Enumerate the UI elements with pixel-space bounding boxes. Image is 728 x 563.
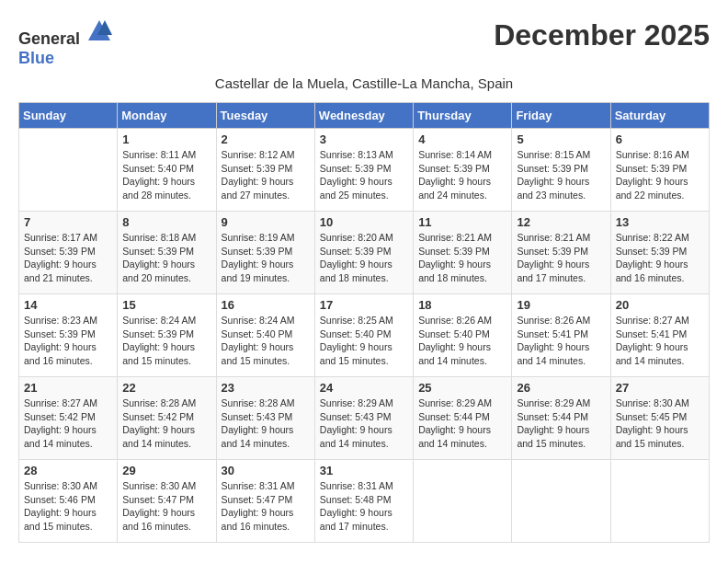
day-info: Sunrise: 8:21 AMSunset: 5:39 PMDaylight:… [418, 231, 506, 285]
calendar-cell [414, 460, 512, 543]
calendar-cell: 14Sunrise: 8:23 AMSunset: 5:39 PMDayligh… [19, 294, 118, 377]
day-info: Sunrise: 8:29 AMSunset: 5:43 PMDaylight:… [320, 396, 408, 451]
day-number: 6 [616, 132, 704, 146]
calendar-cell: 27Sunrise: 8:30 AMSunset: 5:45 PMDayligh… [610, 377, 709, 460]
day-number: 25 [418, 381, 506, 395]
location-subtitle: Castellar de la Muela, Castille-La Manch… [18, 75, 710, 91]
calendar-cell: 20Sunrise: 8:27 AMSunset: 5:41 PMDayligh… [610, 294, 709, 377]
day-info: Sunrise: 8:25 AMSunset: 5:40 PMDaylight:… [320, 314, 408, 368]
calendar-week-row: 28Sunrise: 8:30 AMSunset: 5:46 PMDayligh… [19, 460, 710, 543]
column-header-thursday: Thursday [414, 103, 512, 129]
day-info: Sunrise: 8:30 AMSunset: 5:46 PMDaylight:… [24, 479, 112, 534]
day-number: 18 [418, 298, 506, 312]
calendar-cell: 10Sunrise: 8:20 AMSunset: 5:39 PMDayligh… [314, 212, 413, 294]
calendar-cell: 11Sunrise: 8:21 AMSunset: 5:39 PMDayligh… [414, 212, 512, 294]
day-number: 29 [122, 464, 210, 477]
calendar-cell: 8Sunrise: 8:18 AMSunset: 5:39 PMDaylight… [118, 212, 216, 294]
column-header-sunday: Sunday [19, 103, 118, 129]
calendar-cell: 9Sunrise: 8:19 AMSunset: 5:39 PMDaylight… [216, 212, 314, 294]
logo: General Blue [18, 18, 112, 68]
logo-text: General Blue [18, 18, 112, 68]
day-number: 15 [122, 298, 210, 312]
column-header-saturday: Saturday [610, 103, 709, 129]
calendar-header-row: SundayMondayTuesdayWednesdayThursdayFrid… [19, 103, 710, 129]
day-info: Sunrise: 8:24 AMSunset: 5:39 PMDaylight:… [122, 314, 210, 368]
column-header-wednesday: Wednesday [314, 103, 413, 129]
day-number: 19 [517, 298, 605, 312]
calendar-cell: 30Sunrise: 8:31 AMSunset: 5:47 PMDayligh… [216, 460, 314, 543]
calendar-cell: 22Sunrise: 8:28 AMSunset: 5:42 PMDayligh… [118, 377, 216, 460]
calendar-cell [512, 460, 610, 543]
calendar-cell: 7Sunrise: 8:17 AMSunset: 5:39 PMDaylight… [19, 212, 118, 294]
month-year: December 2025 [494, 18, 710, 52]
day-info: Sunrise: 8:29 AMSunset: 5:44 PMDaylight:… [517, 396, 605, 451]
day-info: Sunrise: 8:12 AMSunset: 5:39 PMDaylight:… [222, 148, 310, 202]
day-info: Sunrise: 8:27 AMSunset: 5:41 PMDaylight:… [616, 314, 704, 368]
day-info: Sunrise: 8:31 AMSunset: 5:47 PMDaylight:… [222, 479, 310, 534]
calendar-cell: 16Sunrise: 8:24 AMSunset: 5:40 PMDayligh… [216, 294, 314, 377]
day-info: Sunrise: 8:28 AMSunset: 5:43 PMDaylight:… [222, 396, 310, 451]
day-info: Sunrise: 8:18 AMSunset: 5:39 PMDaylight:… [122, 231, 210, 285]
day-number: 20 [616, 298, 704, 312]
day-number: 4 [418, 132, 506, 146]
calendar-week-row: 14Sunrise: 8:23 AMSunset: 5:39 PMDayligh… [19, 294, 710, 377]
day-number: 11 [418, 215, 506, 229]
day-info: Sunrise: 8:13 AMSunset: 5:39 PMDaylight:… [320, 148, 408, 202]
calendar-cell: 23Sunrise: 8:28 AMSunset: 5:43 PMDayligh… [216, 377, 314, 460]
calendar-cell: 2Sunrise: 8:12 AMSunset: 5:39 PMDaylight… [216, 129, 314, 212]
day-info: Sunrise: 8:24 AMSunset: 5:40 PMDaylight:… [222, 314, 310, 368]
calendar-cell: 17Sunrise: 8:25 AMSunset: 5:40 PMDayligh… [314, 294, 413, 377]
day-number: 23 [222, 381, 310, 395]
day-info: Sunrise: 8:31 AMSunset: 5:48 PMDaylight:… [320, 479, 408, 534]
calendar-cell: 18Sunrise: 8:26 AMSunset: 5:40 PMDayligh… [414, 294, 512, 377]
calendar-cell: 25Sunrise: 8:29 AMSunset: 5:44 PMDayligh… [414, 377, 512, 460]
header: General Blue December 2025 [18, 18, 710, 68]
column-header-friday: Friday [512, 103, 610, 129]
day-number: 10 [320, 215, 408, 229]
calendar-cell: 29Sunrise: 8:30 AMSunset: 5:47 PMDayligh… [118, 460, 216, 543]
calendar-week-row: 7Sunrise: 8:17 AMSunset: 5:39 PMDaylight… [19, 212, 710, 294]
calendar-cell: 3Sunrise: 8:13 AMSunset: 5:39 PMDaylight… [314, 129, 413, 212]
day-number: 24 [320, 381, 408, 395]
calendar-week-row: 1Sunrise: 8:11 AMSunset: 5:40 PMDaylight… [19, 129, 710, 212]
calendar-cell: 24Sunrise: 8:29 AMSunset: 5:43 PMDayligh… [314, 377, 413, 460]
day-info: Sunrise: 8:23 AMSunset: 5:39 PMDaylight:… [24, 314, 112, 368]
day-number: 13 [616, 215, 704, 229]
day-number: 9 [222, 215, 310, 229]
day-info: Sunrise: 8:17 AMSunset: 5:39 PMDaylight:… [24, 231, 112, 285]
day-number: 14 [24, 298, 112, 312]
calendar-cell [19, 129, 118, 212]
calendar-cell: 19Sunrise: 8:26 AMSunset: 5:41 PMDayligh… [512, 294, 610, 377]
day-info: Sunrise: 8:27 AMSunset: 5:42 PMDaylight:… [24, 396, 112, 451]
day-info: Sunrise: 8:20 AMSunset: 5:39 PMDaylight:… [320, 231, 408, 285]
column-header-monday: Monday [118, 103, 216, 129]
calendar-cell: 5Sunrise: 8:15 AMSunset: 5:39 PMDaylight… [512, 129, 610, 212]
day-number: 26 [517, 381, 605, 395]
calendar-cell [610, 460, 709, 543]
day-info: Sunrise: 8:11 AMSunset: 5:40 PMDaylight:… [122, 148, 210, 202]
day-number: 1 [122, 132, 210, 146]
calendar-cell: 21Sunrise: 8:27 AMSunset: 5:42 PMDayligh… [19, 377, 118, 460]
day-info: Sunrise: 8:14 AMSunset: 5:39 PMDaylight:… [418, 148, 506, 202]
day-info: Sunrise: 8:26 AMSunset: 5:41 PMDaylight:… [517, 314, 605, 368]
day-number: 30 [222, 464, 310, 477]
day-info: Sunrise: 8:29 AMSunset: 5:44 PMDaylight:… [418, 396, 506, 451]
day-info: Sunrise: 8:30 AMSunset: 5:47 PMDaylight:… [122, 479, 210, 534]
day-info: Sunrise: 8:15 AMSunset: 5:39 PMDaylight:… [517, 148, 605, 202]
day-info: Sunrise: 8:22 AMSunset: 5:39 PMDaylight:… [616, 231, 704, 285]
day-number: 16 [222, 298, 310, 312]
day-info: Sunrise: 8:21 AMSunset: 5:39 PMDaylight:… [517, 231, 605, 285]
calendar-table: SundayMondayTuesdayWednesdayThursdayFrid… [18, 102, 710, 543]
day-info: Sunrise: 8:30 AMSunset: 5:45 PMDaylight:… [616, 396, 704, 451]
calendar-cell: 13Sunrise: 8:22 AMSunset: 5:39 PMDayligh… [610, 212, 709, 294]
column-header-tuesday: Tuesday [216, 103, 314, 129]
calendar-cell: 4Sunrise: 8:14 AMSunset: 5:39 PMDaylight… [414, 129, 512, 212]
month-year-title: December 2025 [494, 18, 710, 52]
day-number: 5 [517, 132, 605, 146]
day-number: 7 [24, 215, 112, 229]
day-number: 2 [222, 132, 310, 146]
calendar-cell: 31Sunrise: 8:31 AMSunset: 5:48 PMDayligh… [314, 460, 413, 543]
logo-general: General [18, 29, 80, 48]
day-info: Sunrise: 8:28 AMSunset: 5:42 PMDaylight:… [122, 396, 210, 451]
day-number: 31 [320, 464, 408, 477]
